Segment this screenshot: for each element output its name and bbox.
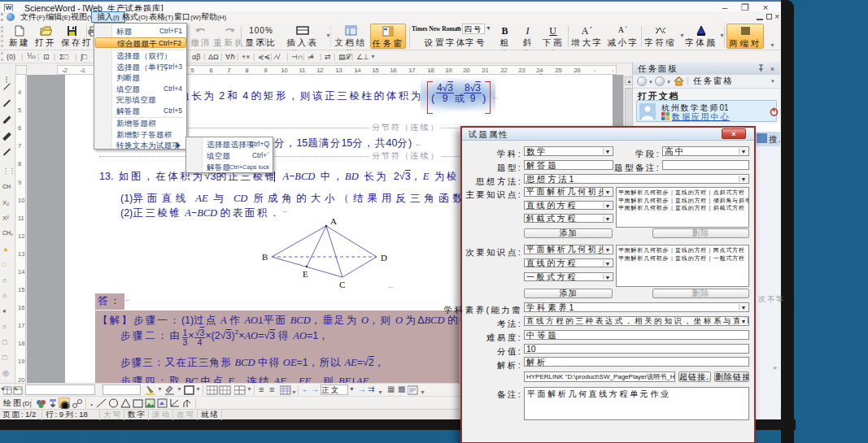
svg-text:C: C [339,280,345,289]
svg-text:D: D [381,253,387,263]
svg-text:A: A [330,216,337,226]
svg-text:E: E [303,269,308,279]
svg-text:B: B [262,252,268,262]
